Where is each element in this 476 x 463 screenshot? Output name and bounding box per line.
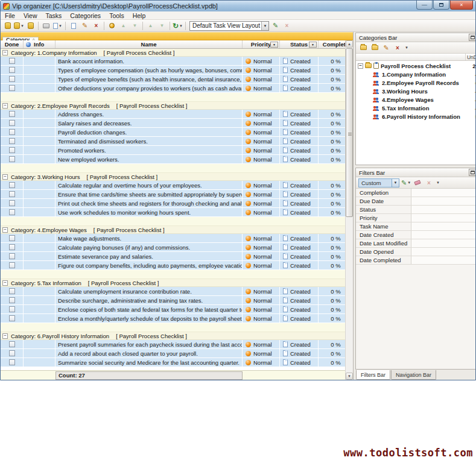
task-done-checkbox[interactable] xyxy=(9,67,15,73)
task-done-checkbox[interactable] xyxy=(9,147,15,153)
filters-toolbar-overflow-icon[interactable]: ▼ xyxy=(436,181,440,184)
layout-combobox[interactable]: Default Task View Layout ▼ xyxy=(189,21,269,31)
task-row[interactable]: Other deductions your company provides t… xyxy=(1,84,353,93)
task-done-checkbox[interactable] xyxy=(9,200,15,206)
task-row[interactable]: Calculate paying bonuses (if any) and co… xyxy=(1,243,353,252)
task-row[interactable]: Ensure that time cards/time sheets are s… xyxy=(1,190,353,199)
task-done-checkbox[interactable] xyxy=(9,288,15,294)
vertical-scrollbar[interactable]: ▲ ▼ xyxy=(345,40,353,380)
task-done-checkbox[interactable] xyxy=(9,58,15,64)
menu-item-categories[interactable]: Categories xyxy=(66,11,105,19)
task-done-checkbox[interactable] xyxy=(9,129,15,135)
status-filter-dropdown-icon[interactable]: ▼ xyxy=(309,42,317,48)
menu-item-file[interactable]: File xyxy=(1,11,19,19)
task-row[interactable]: Enclose copies of both state and federal… xyxy=(1,305,353,314)
task-done-checkbox[interactable] xyxy=(9,235,15,241)
task-row[interactable]: Promoted workers.NormalCreated0 % xyxy=(1,146,353,155)
task-done-checkbox[interactable] xyxy=(9,359,15,365)
menu-item-tools[interactable]: Tools xyxy=(105,11,129,19)
collapse-group-icon[interactable]: − xyxy=(2,333,8,339)
column-header-done[interactable]: Done xyxy=(1,40,24,48)
category-tree-item[interactable]: 3.Working Hours44 xyxy=(356,87,476,95)
new-database-icon[interactable] xyxy=(2,21,13,31)
task-done-checkbox[interactable] xyxy=(9,138,15,144)
clear-filter-icon[interactable] xyxy=(413,178,422,187)
filter-preset-dropdown-icon[interactable]: ▼ xyxy=(392,179,399,187)
task-row[interactable]: Summarize social security and Medicare f… xyxy=(1,358,353,367)
task-row[interactable]: Calculate unemployment insurance contrib… xyxy=(1,287,353,296)
task-done-checkbox[interactable] xyxy=(9,306,15,312)
task-done-checkbox[interactable] xyxy=(9,350,15,356)
save-database-icon[interactable] xyxy=(25,21,36,31)
task-done-checkbox[interactable] xyxy=(9,156,15,162)
move-down-icon[interactable]: ▼ xyxy=(130,21,140,31)
task-row[interactable]: Estimate severance pay and salaries.Norm… xyxy=(1,252,353,261)
task-row[interactable]: Add a record about each closed quarter t… xyxy=(1,349,353,358)
sync-icon[interactable]: ↻▼ xyxy=(173,21,183,31)
category-tree-root[interactable]: −Payroll Process Checklist2727 xyxy=(356,61,476,70)
filter-value-field[interactable] xyxy=(411,197,476,205)
edit-category-icon[interactable]: ✎ xyxy=(381,43,391,52)
task-row[interactable]: New employed workers.NormalCreated0 % xyxy=(1,155,353,164)
task-done-checkbox[interactable] xyxy=(9,76,15,82)
column-header-undone[interactable]: UnD... xyxy=(465,54,476,60)
complete-task-icon[interactable] xyxy=(107,21,117,31)
task-done-checkbox[interactable] xyxy=(9,85,15,91)
print-preview-icon[interactable]: ▼ xyxy=(52,21,63,31)
task-row[interactable]: Present payroll summaries for each paych… xyxy=(1,340,353,349)
apply-filter-icon[interactable]: ✎▼ xyxy=(401,178,411,187)
column-header-name[interactable]: Name xyxy=(56,40,243,48)
task-row[interactable]: Salary raises and decreases.NormalCreate… xyxy=(1,119,353,128)
close-button[interactable]: × xyxy=(450,1,473,10)
scroll-down-icon[interactable]: ▼ xyxy=(346,373,353,380)
task-row[interactable]: Address changes.NormalCreated0 % xyxy=(1,110,353,119)
open-database-icon[interactable]: ▼ xyxy=(14,21,24,31)
task-row[interactable]: Payroll deduction changes.NormalCreated0… xyxy=(1,128,353,137)
menu-item-tasks[interactable]: Tasks xyxy=(42,11,66,19)
filter-value-field[interactable] xyxy=(411,231,476,239)
task-row[interactable]: Bank account information.NormalCreated0 … xyxy=(1,57,353,66)
category-group-row[interactable]: −Category: 3.Working Hours[ Payroll Proc… xyxy=(1,173,353,181)
delete-layout-icon[interactable]: × xyxy=(282,21,292,31)
edit-layout-icon[interactable]: ✎ xyxy=(270,21,281,31)
category-tree-item[interactable]: 4.Employee Wages44 xyxy=(356,95,476,104)
filter-value-field[interactable] xyxy=(411,222,476,230)
task-done-checkbox[interactable] xyxy=(9,182,15,188)
category-tree-item[interactable]: 1.Company Information44 xyxy=(356,70,476,78)
collapse-group-icon[interactable]: − xyxy=(2,280,8,286)
new-category-icon[interactable] xyxy=(358,43,368,52)
menu-item-help[interactable]: Help xyxy=(129,11,150,19)
collapse-group-icon[interactable]: − xyxy=(2,227,8,233)
category-group-row[interactable]: −Category: 2.Employee Payroll Records[ P… xyxy=(1,102,353,110)
collapse-all-icon[interactable]: ▼ xyxy=(157,21,167,31)
task-done-checkbox[interactable] xyxy=(9,244,15,250)
task-done-checkbox[interactable] xyxy=(9,209,15,215)
scrollbar-thumb[interactable] xyxy=(346,48,353,217)
task-done-checkbox[interactable] xyxy=(9,315,15,321)
scroll-up-icon[interactable]: ▲ xyxy=(346,40,353,48)
collapse-group-icon[interactable]: − xyxy=(2,50,8,55)
filter-value-field[interactable] xyxy=(411,248,476,256)
task-row[interactable]: Types of employee benefits (such as heal… xyxy=(1,75,353,84)
task-done-checkbox[interactable] xyxy=(9,262,15,268)
delete-filter-icon[interactable]: × xyxy=(424,178,434,187)
priority-filter-dropdown-icon[interactable]: ▼ xyxy=(270,42,278,48)
menu-item-view[interactable]: View xyxy=(19,11,42,19)
categories-toolbar-overflow-icon[interactable]: ▼ xyxy=(405,46,408,49)
filter-value-field[interactable] xyxy=(411,256,476,264)
new-subcategory-icon[interactable] xyxy=(370,43,379,52)
collapse-group-icon[interactable]: − xyxy=(2,103,8,109)
task-done-checkbox[interactable] xyxy=(9,191,15,197)
column-header-status[interactable]: Status ▼ xyxy=(280,40,319,48)
expand-all-icon[interactable]: ▲ xyxy=(145,21,156,31)
collapse-group-icon[interactable]: − xyxy=(2,174,8,180)
task-row[interactable]: Describe surcharge, administrative and t… xyxy=(1,296,353,305)
task-done-checkbox[interactable] xyxy=(9,297,15,303)
task-done-checkbox[interactable] xyxy=(9,253,15,259)
filter-value-field[interactable] xyxy=(411,214,476,222)
column-header-info[interactable]: Info xyxy=(24,40,56,48)
category-group-row[interactable]: −Category: 1.Company Information[ Payrol… xyxy=(1,49,353,57)
category-tree-item[interactable]: 5.Tax Information44 xyxy=(356,104,476,112)
task-done-checkbox[interactable] xyxy=(9,120,15,126)
filters-position-icon[interactable] xyxy=(469,169,476,176)
